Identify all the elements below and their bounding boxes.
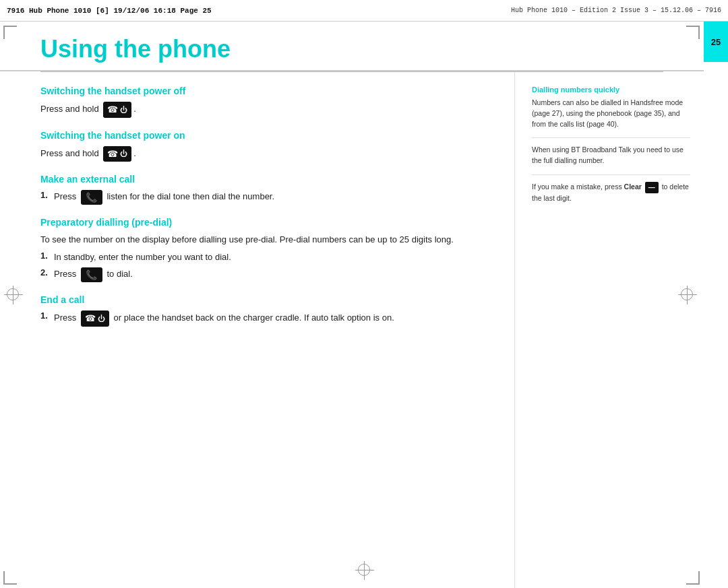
main-content: Using the phone Switching the handset po…	[0, 22, 704, 588]
external-call-step-1: 1. Press 📞 listen for the dial tone then…	[40, 190, 494, 205]
power-off-icon: ☎ ⏻	[103, 102, 131, 118]
sidebar-dialling-heading: Dialling numbers quickly	[532, 86, 690, 94]
clear-label: Clear	[624, 183, 642, 191]
section-switch-on-body: Press and hold ☎ ⏻ .	[40, 146, 494, 162]
page-title: Using the phone	[40, 35, 663, 63]
sidebar-mistake-text: If you make a mistake, press Clear — to …	[532, 182, 690, 204]
right-column: Dialling numbers quickly Numbers can als…	[515, 72, 704, 588]
step-text: In standby, enter the number you want to…	[54, 251, 494, 264]
end-call-icon: ☎ ⏻	[81, 311, 109, 327]
phone-call-icon-2: 📞	[81, 267, 102, 282]
header-left-text: 7916 Hub Phone 1010 [6] 19/12/06 16:18 P…	[7, 7, 212, 15]
predial-body: To see the number on the display before …	[40, 233, 494, 247]
right-divider-1	[532, 137, 690, 138]
page-number: 25	[711, 37, 721, 47]
section-end-call-heading: End a call	[40, 294, 494, 305]
step-num: 1.	[40, 311, 54, 321]
section-predial-heading: Preparatory dialling (pre-dial)	[40, 217, 494, 228]
header-bar: 7916 Hub Phone 1010 [6] 19/12/06 16:18 P…	[0, 0, 728, 22]
title-area: Using the phone	[0, 22, 704, 71]
two-col-layout: Switching the handset power off Press an…	[0, 72, 704, 588]
section-switch-off-body: Press and hold ☎ ⏻ .	[40, 102, 494, 118]
phone-call-icon: 📞	[81, 190, 102, 205]
step-num: 2.	[40, 267, 54, 277]
sidebar-dialling-text: Numbers can also be dialled in Handsfree…	[532, 98, 690, 129]
step-text: Press 📞 listen for the dial tone then di…	[54, 190, 494, 205]
step-text: Press 📞 to dial.	[54, 267, 494, 282]
sidebar-broadband-text: When using BT Broadband Talk you need to…	[532, 145, 690, 166]
clear-badge: —	[645, 182, 659, 193]
section-switch-off-heading: Switching the handset power off	[40, 86, 494, 96]
section-external-call-heading: Make an external call	[40, 174, 494, 185]
step-num: 1.	[40, 251, 54, 261]
power-on-icon: ☎ ⏻	[103, 146, 131, 162]
page-tab: 25	[704, 22, 728, 62]
section-switch-on-heading: Switching the handset power on	[40, 130, 494, 141]
predial-step-2: 2. Press 📞 to dial.	[40, 267, 494, 282]
end-call-step-1: 1. Press ☎ ⏻ or place the handset back o…	[40, 311, 494, 327]
predial-step-1: 1. In standby, enter the number you want…	[40, 251, 494, 264]
step-num: 1.	[40, 190, 54, 200]
right-divider-2	[532, 174, 690, 175]
header-center-text: Hub Phone 1010 – Edition 2 Issue 3 – 15.…	[511, 7, 721, 14]
step-text: Press ☎ ⏻ or place the handset back on t…	[54, 311, 494, 327]
left-column: Switching the handset power off Press an…	[0, 72, 515, 588]
